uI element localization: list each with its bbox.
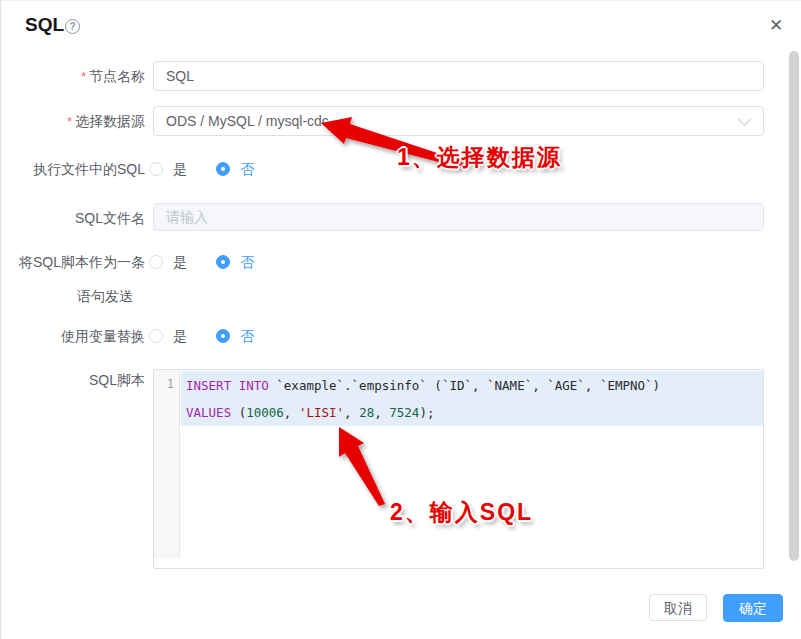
- single-statement-radio-yes-label[interactable]: 是: [173, 254, 187, 272]
- sql-filename-label: SQL文件名: [75, 210, 145, 228]
- vertical-scrollbar[interactable]: [789, 51, 799, 561]
- radio-dot: [221, 167, 225, 171]
- single-statement-radio-no-label[interactable]: 否: [240, 254, 254, 272]
- required-asterisk: *: [67, 114, 72, 129]
- variable-replace-radio-no-label[interactable]: 否: [240, 328, 254, 346]
- exec-file-sql-radio-yes-label[interactable]: 是: [173, 161, 187, 179]
- chevron-down-icon: [738, 113, 751, 126]
- exec-file-sql-label: 执行文件中的SQL: [33, 161, 145, 179]
- variable-replace-radio-yes[interactable]: [149, 329, 163, 343]
- datasource-label: *选择数据源: [67, 113, 145, 131]
- confirm-button[interactable]: 确定: [723, 594, 783, 622]
- variable-replace-label: 使用变量替换: [61, 328, 145, 346]
- close-icon[interactable]: ✕: [765, 15, 787, 37]
- single-statement-label-line1: 将SQL脚本作为一条: [19, 254, 145, 272]
- single-statement-label-line2: 语句发送: [77, 288, 133, 306]
- help-icon[interactable]: ?: [65, 19, 80, 34]
- variable-replace-radio-no[interactable]: [216, 329, 230, 343]
- exec-file-sql-radio-yes[interactable]: [149, 162, 163, 176]
- dialog-title: SQL: [25, 14, 64, 36]
- variable-replace-radio-yes-label[interactable]: 是: [173, 328, 187, 346]
- code-line-1: INSERT INTO `example`.`empsinfo` (`ID`, …: [186, 372, 759, 399]
- sql-node-dialog: SQL ? ✕ *节点名称 *选择数据源 ODS / MySQL / mysql…: [0, 0, 801, 639]
- radio-dot: [221, 334, 225, 338]
- single-statement-radio-yes[interactable]: [149, 255, 163, 269]
- required-asterisk: *: [81, 69, 86, 84]
- radio-dot: [221, 260, 225, 264]
- single-statement-radio-no[interactable]: [216, 255, 230, 269]
- sql-code-content[interactable]: INSERT INTO `example`.`empsinfo` (`ID`, …: [186, 372, 759, 426]
- node-name-label: *节点名称: [81, 68, 145, 86]
- annotation-step2: 2、输入SQL: [390, 497, 533, 528]
- editor-gutter: 1: [154, 370, 180, 558]
- sql-filename-input[interactable]: [153, 203, 764, 231]
- node-name-input[interactable]: [153, 61, 764, 91]
- exec-file-sql-radio-no[interactable]: [216, 162, 230, 176]
- datasource-selected-value: ODS / MySQL / mysql-cdc: [166, 107, 329, 135]
- exec-file-sql-radio-no-label[interactable]: 否: [240, 161, 254, 179]
- line-number: 1: [167, 377, 174, 391]
- code-line-1-wrap: VALUES (10006, 'LISI', 28, 7524);: [186, 399, 759, 426]
- sql-script-label: SQL脚本: [89, 372, 145, 390]
- sql-code-editor[interactable]: 1 INSERT INTO `example`.`empsinfo` (`ID`…: [153, 369, 764, 569]
- datasource-select[interactable]: ODS / MySQL / mysql-cdc: [153, 106, 764, 136]
- annotation-step1: 1、选择数据源: [397, 142, 562, 173]
- cancel-button[interactable]: 取消: [649, 594, 707, 621]
